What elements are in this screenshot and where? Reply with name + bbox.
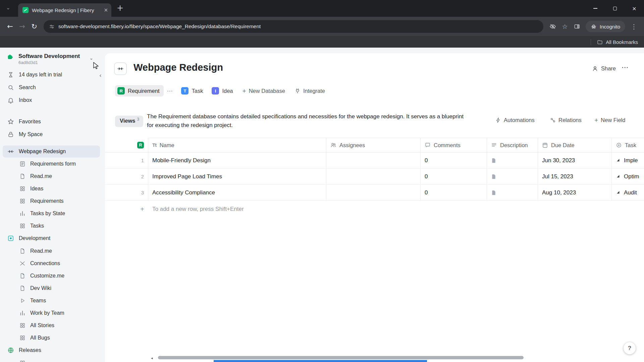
table-row[interactable]: 3 Accessibility Compliance 0 Aug 10, 202…: [105, 185, 644, 201]
trial-banner[interactable]: 14 days left in trial: [0, 68, 103, 81]
browser-tab[interactable]: Webpage Redesign | Fibery ×: [18, 3, 111, 17]
page-more-icon[interactable]: ⋯: [622, 63, 629, 71]
column-header-comments[interactable]: Comments: [421, 138, 487, 152]
sidebar-collapse-button[interactable]: ‹: [99, 72, 102, 78]
new-field-button[interactable]: + New Field: [594, 117, 625, 123]
sidebar-item-webpage-redesign[interactable]: Webpage Redesign: [3, 145, 100, 158]
table-row[interactable]: 2 Improved Page Load Times 0 Jul 15, 202…: [105, 169, 644, 185]
window-close-button[interactable]: ×: [625, 0, 644, 17]
database-description[interactable]: The Requirement database contains detail…: [147, 112, 464, 130]
reload-icon[interactable]: ↻: [28, 22, 40, 31]
sidebar-item-requirements[interactable]: Requirements: [0, 195, 103, 207]
sidebar-item-all-stories[interactable]: All Stories: [0, 319, 103, 331]
description-cell[interactable]: [487, 169, 538, 184]
lightning-icon: [495, 117, 501, 123]
trial-timer-icon: [7, 71, 14, 78]
sidebar-item-favorites[interactable]: Favorites: [0, 115, 103, 128]
column-header-assignees[interactable]: Assignees: [326, 138, 421, 152]
due-date-cell[interactable]: Jul 15, 2023: [538, 169, 612, 184]
horizontal-scrollbar[interactable]: ◂: [151, 355, 644, 360]
sidebar-item-all-bugs[interactable]: All Bugs: [0, 331, 103, 344]
description-cell[interactable]: [487, 153, 538, 168]
browser-menu-kebab-icon[interactable]: ⋮: [628, 23, 640, 30]
task-cell[interactable]: Imple: [612, 153, 644, 168]
sidebar-item-releases[interactable]: Releases: [0, 344, 103, 357]
scrollbar-left-arrow-icon[interactable]: ◂: [151, 356, 153, 360]
bookmarks-divider: [591, 39, 591, 45]
window-maximize-button[interactable]: [605, 0, 625, 17]
add-row-hint[interactable]: To add a new row, press Shift+Enter: [148, 201, 326, 218]
comments-cell[interactable]: 0: [421, 169, 487, 184]
task-cell[interactable]: Optim: [612, 169, 644, 184]
star-icon: [7, 118, 14, 125]
relations-button[interactable]: Relations: [550, 117, 582, 123]
sidebar-item-development[interactable]: Development: [0, 232, 103, 245]
name-cell[interactable]: Improved Page Load Times: [148, 169, 326, 184]
add-row-plus-icon[interactable]: +: [105, 201, 148, 218]
document-filled-icon: [491, 174, 496, 179]
column-header-name[interactable]: Tt Name: [148, 138, 326, 152]
tab-idea[interactable]: I Idea: [212, 87, 233, 95]
due-date-cell[interactable]: Jun 30, 2023: [538, 153, 612, 168]
bar-chart-icon: [19, 310, 25, 316]
assignees-cell[interactable]: [326, 169, 421, 184]
sidebar-item-requirements-form[interactable]: Requirements form: [0, 158, 103, 170]
sidebar-item-readme-2[interactable]: Read.me: [0, 245, 103, 257]
sidebar-item-tasks[interactable]: Tasks: [0, 220, 103, 232]
integrate-button[interactable]: Integrate: [294, 88, 325, 94]
column-header-task[interactable]: Task: [612, 138, 644, 152]
help-button[interactable]: ?: [624, 342, 636, 354]
bookmark-star-icon[interactable]: ☆: [559, 23, 571, 30]
tab-close-icon[interactable]: ×: [104, 8, 108, 13]
sidebar-item-search[interactable]: Search: [0, 81, 103, 94]
assignees-cell[interactable]: [326, 185, 421, 200]
workspace-chevron-icon[interactable]: ⌄: [89, 55, 93, 61]
views-button[interactable]: Views 3: [115, 116, 143, 127]
column-header-description[interactable]: Description: [487, 138, 538, 152]
automations-button[interactable]: Automations: [495, 117, 535, 123]
space-header-icon-button[interactable]: [114, 62, 127, 75]
side-panel-icon[interactable]: [571, 23, 583, 29]
requirement-more-icon[interactable]: ⋯: [167, 87, 172, 94]
address-bar[interactable]: software-development.fibery.io/fibery/sp…: [44, 20, 543, 33]
name-cell[interactable]: Mobile-Friendly Design: [148, 153, 326, 168]
workspace-switcher[interactable]: Software Development 6ad8d3d1 ⌄: [0, 52, 103, 68]
workspace-name: Software Development: [18, 53, 80, 60]
assignees-cell[interactable]: [326, 153, 421, 168]
url-text[interactable]: software-development.fibery.io/fibery/sp…: [58, 23, 261, 29]
comments-cell[interactable]: 0: [421, 153, 487, 168]
column-header-due-date[interactable]: Due Date: [538, 138, 612, 152]
site-settings-tune-icon[interactable]: [49, 24, 55, 29]
sidebar-item-my-space[interactable]: My Space: [0, 128, 103, 141]
name-cell[interactable]: Accessibility Compliance: [148, 185, 326, 200]
sidebar-item-work-by-team[interactable]: Work by Team: [0, 307, 103, 319]
window-minimize-button[interactable]: [586, 0, 605, 17]
description-cell[interactable]: [487, 185, 538, 200]
task-cell[interactable]: Audit: [612, 185, 644, 200]
sidebar-item-inbox[interactable]: Inbox: [0, 94, 103, 107]
sidebar-item-partial[interactable]: [0, 357, 103, 362]
back-icon[interactable]: ←: [4, 22, 16, 31]
new-database-button[interactable]: + New Database: [243, 88, 285, 94]
sidebar-item-customize-me[interactable]: Customize.me: [0, 269, 103, 282]
sidebar-item-teams[interactable]: Teams: [0, 294, 103, 307]
share-button[interactable]: Share: [592, 65, 616, 72]
eye-off-icon[interactable]: [547, 23, 559, 30]
sidebar-item-tasks-by-state[interactable]: Tasks by State: [0, 207, 103, 220]
table-row[interactable]: 1 Mobile-Friendly Design 0 Jun 30, 2023 …: [105, 153, 644, 169]
scrollbar-thumb[interactable]: [158, 356, 524, 359]
due-date-cell[interactable]: Aug 10, 2023: [538, 185, 612, 200]
tab-strip-chevron-icon[interactable]: ⌄: [6, 5, 10, 11]
new-tab-button[interactable]: +: [117, 3, 123, 13]
tab-requirement[interactable]: R Requirement: [115, 85, 164, 97]
tab-task[interactable]: T Task: [181, 87, 203, 95]
sidebar-item-dev-wiki[interactable]: Dev Wiki: [0, 282, 103, 294]
sidebar-item-readme-1[interactable]: Read.me: [0, 170, 103, 182]
all-bookmarks-button[interactable]: All Bookmarks: [606, 39, 638, 45]
comments-cell[interactable]: 0: [421, 185, 487, 200]
add-row[interactable]: + To add a new row, press Shift+Enter: [105, 201, 644, 218]
forward-icon[interactable]: →: [16, 22, 28, 31]
sidebar-item-label: Read.me: [30, 173, 52, 179]
sidebar-item-ideas[interactable]: Ideas: [0, 182, 103, 195]
sidebar-item-connections[interactable]: Connections: [0, 257, 103, 269]
